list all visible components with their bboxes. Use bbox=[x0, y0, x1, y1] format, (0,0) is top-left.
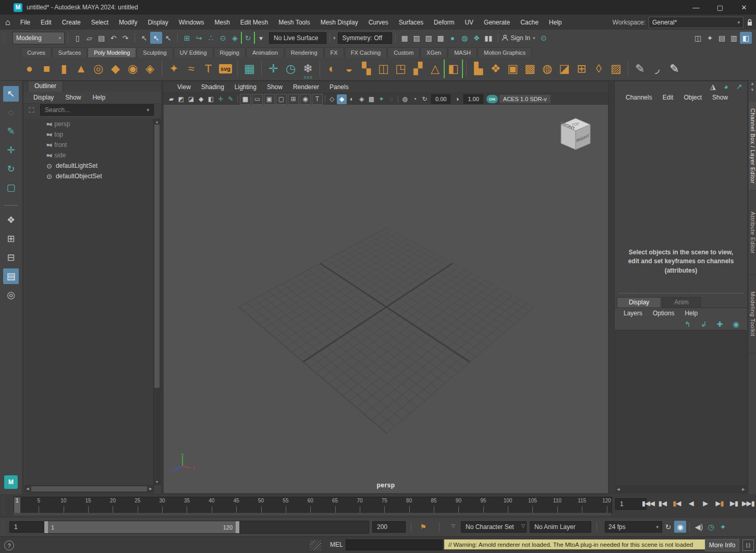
display-render-settings-button[interactable]: ● bbox=[447, 32, 459, 44]
animation-preferences-button[interactable]: ✦ bbox=[717, 521, 729, 533]
layer-tab-anim[interactable]: Anim bbox=[662, 297, 700, 308]
polygon-type-button[interactable]: T bbox=[200, 59, 217, 78]
user-avatar[interactable]: M bbox=[4, 475, 18, 489]
layer-tab-display[interactable]: Display bbox=[617, 297, 661, 308]
snap-options-arrow[interactable]: ▾ bbox=[255, 32, 267, 44]
sweep-mesh-button[interactable]: ✦ bbox=[165, 59, 182, 78]
tab-attribute-editor[interactable]: Attribute Editor bbox=[749, 191, 756, 275]
poly-cone-button[interactable]: ▲ bbox=[72, 59, 90, 78]
exposure-icon[interactable]: ↻ bbox=[420, 94, 430, 104]
quad-draw-button[interactable]: ▨ bbox=[607, 59, 625, 78]
select-tool[interactable]: ↖ bbox=[3, 86, 19, 102]
outliner-item-top[interactable]: ■◀top bbox=[25, 129, 154, 140]
contrast-icon[interactable]: ◑ bbox=[452, 94, 462, 104]
tab-channel-box-layer-editor[interactable]: Channel Box / Layer Editor bbox=[749, 102, 756, 191]
minimize-button[interactable]: — bbox=[684, 0, 708, 15]
camera-attributes-icon[interactable]: ◪ bbox=[186, 94, 196, 104]
poly-torus-button[interactable]: ◎ bbox=[90, 59, 107, 78]
duplicate-face-button[interactable]: ▞ bbox=[409, 59, 426, 78]
search-everywhere-icon[interactable]: ⊙ bbox=[538, 32, 550, 44]
menu-generate[interactable]: Generate bbox=[479, 17, 515, 28]
occlusion-button[interactable]: ✦ bbox=[376, 94, 386, 104]
layer-move-down-button[interactable]: ↲ bbox=[698, 318, 710, 330]
menu-modify[interactable]: Modify bbox=[114, 17, 142, 28]
channel-menu-object[interactable]: Object bbox=[679, 92, 706, 103]
character-set-menu-arrow[interactable]: ▽ bbox=[452, 523, 455, 529]
outliner-menu-help[interactable]: Help bbox=[88, 92, 110, 103]
outliner-item-defaultObjectSet[interactable]: ⊙defaultObjectSet bbox=[25, 171, 154, 181]
poly-sphere-button[interactable]: ● bbox=[21, 59, 38, 78]
shelf-tab-custom[interactable]: Custom bbox=[387, 47, 420, 57]
grid-toggle-button[interactable]: ▦ bbox=[240, 94, 251, 105]
boolean-union-button[interactable]: ◐ bbox=[323, 59, 340, 78]
play-backwards-button[interactable]: ◀ bbox=[684, 496, 698, 510]
poly-cylinder-button[interactable]: ▮ bbox=[55, 59, 72, 78]
playback-range-bar[interactable]: 1 120 bbox=[44, 521, 239, 533]
move-tool[interactable]: ✛ bbox=[3, 142, 19, 158]
shelf-tab-animation[interactable]: Animation bbox=[246, 47, 284, 57]
menu-select[interactable]: Select bbox=[87, 17, 113, 28]
shelf-tab-rigging[interactable]: Rigging bbox=[214, 47, 246, 57]
hypershade-button[interactable]: ❖ bbox=[471, 32, 483, 44]
shelf-tab-surfaces[interactable]: Surfaces bbox=[52, 47, 87, 57]
quick-layout-pair-button[interactable]: ⊞ bbox=[3, 231, 19, 247]
redo-button[interactable]: ↷ bbox=[119, 32, 131, 44]
multi-cut-button[interactable]: ◪ bbox=[556, 59, 573, 78]
object-details-icon[interactable]: ◮ bbox=[707, 81, 719, 93]
shelf-tab-fx[interactable]: FX bbox=[324, 47, 344, 57]
menu-file[interactable]: File bbox=[16, 17, 35, 28]
home-icon[interactable]: ⌂ bbox=[5, 18, 10, 27]
playback-sound-button[interactable]: ◀) bbox=[693, 521, 705, 533]
view-cube[interactable]: TOP FRONT RIGHT bbox=[557, 116, 594, 157]
step-back-frame-button[interactable]: ▮◀ bbox=[655, 496, 669, 510]
curve-grid-tool-button[interactable]: ◞ bbox=[649, 59, 666, 78]
create-bookmark-button[interactable]: ⚑ bbox=[417, 521, 429, 533]
view-transform-select[interactable]: ACES 1.0 SDR-v bbox=[499, 95, 551, 103]
scroll-left-arrow[interactable]: ◀ bbox=[25, 486, 30, 491]
bevel-button[interactable]: ❖ bbox=[487, 59, 504, 78]
animation-end-field[interactable]: 200 bbox=[372, 521, 406, 533]
shelf-tab-poly-modeling[interactable]: Poly Modeling bbox=[88, 47, 136, 57]
persp-outliner-layout-button[interactable]: ▤ bbox=[3, 268, 19, 284]
lock-icon[interactable] bbox=[747, 19, 753, 26]
color-management-toggle[interactable]: ON bbox=[486, 95, 498, 103]
drag-grip[interactable] bbox=[1, 520, 6, 534]
snap-to-curve-button[interactable]: ↪ bbox=[193, 32, 205, 44]
select-by-object-button[interactable]: ↖ bbox=[150, 32, 162, 44]
outliner-item-persp[interactable]: ■◀persp bbox=[25, 119, 154, 129]
filter-icon[interactable]: ⛶ bbox=[26, 104, 38, 116]
menu-mesh[interactable]: Mesh bbox=[210, 17, 234, 28]
animation-start-field[interactable]: 1 bbox=[9, 521, 45, 533]
create-locator-button[interactable]: ✛ bbox=[265, 59, 282, 78]
shelf-tab-motion-graphics[interactable]: Motion Graphics bbox=[478, 47, 532, 57]
menu-set-select[interactable]: Modeling ▾ bbox=[13, 32, 65, 44]
menu-create[interactable]: Create bbox=[57, 17, 86, 28]
attribute-editor-sidebar-button[interactable]: ▥ bbox=[728, 32, 740, 44]
open-scene-button[interactable]: ▱ bbox=[83, 32, 95, 44]
layer-scrollbar[interactable]: ◀ ▶ bbox=[615, 486, 747, 493]
outliner-search-input[interactable]: Search... ▾ bbox=[40, 104, 154, 116]
play-forwards-button[interactable]: ▶ bbox=[699, 496, 712, 510]
render-sequence-button[interactable]: ◍ bbox=[459, 32, 471, 44]
smooth-button[interactable]: △ bbox=[426, 59, 444, 78]
viewport-menu-shading[interactable]: Shading bbox=[197, 82, 229, 92]
more-info-button[interactable]: More Info bbox=[705, 539, 739, 551]
shelf-tab-fx-caching[interactable]: FX Caching bbox=[345, 47, 387, 57]
playback-loop-button[interactable]: ↻ bbox=[662, 521, 674, 533]
extract-button[interactable]: ◳ bbox=[392, 59, 409, 78]
shelf-tab-xgen[interactable]: XGen bbox=[420, 47, 447, 57]
motion-blur-button[interactable]: ◌ bbox=[386, 94, 396, 104]
bridge-button[interactable]: ▣ bbox=[504, 59, 521, 78]
outliner-item-side[interactable]: ■◀side bbox=[25, 150, 154, 161]
layer-list[interactable] bbox=[615, 330, 747, 486]
maximize-button[interactable]: ▢ bbox=[708, 0, 732, 15]
sign-in-control[interactable]: Sign In ▾ ⊙ bbox=[502, 32, 550, 44]
quick-layout-split-button[interactable]: ⊟ bbox=[3, 250, 19, 265]
isolate-select-button[interactable]: ◍ bbox=[400, 94, 410, 104]
channel-menu-channels[interactable]: Channels bbox=[621, 92, 657, 103]
scroll-down-arrow[interactable]: ▼ bbox=[154, 480, 160, 485]
grease-pencil-icon[interactable]: ✎ bbox=[226, 94, 236, 104]
ipr-render-button[interactable]: ▧ bbox=[423, 32, 435, 44]
shelf-tab-mash[interactable]: MASH bbox=[448, 47, 477, 57]
step-back-key-button[interactable]: ▮◀ bbox=[670, 496, 684, 510]
